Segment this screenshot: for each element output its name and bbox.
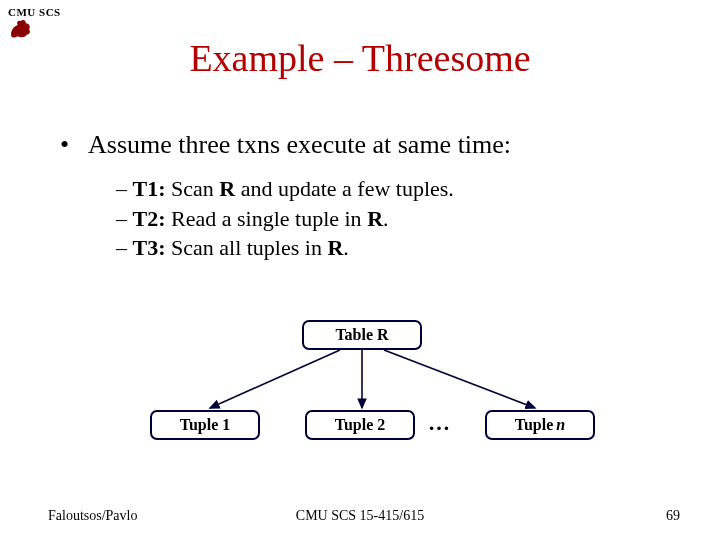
footer-page-number: 69 xyxy=(666,508,680,524)
sub-bullet-list: – T1: Scan R and update a few tuples. – … xyxy=(116,174,680,263)
ellipsis: … xyxy=(428,410,452,436)
sub-bullet-t3: – T3: Scan all tuples in R. xyxy=(116,233,680,263)
node-tuple-2: Tuple 2 xyxy=(305,410,415,440)
bullet-main: • Assume three txns execute at same time… xyxy=(60,130,680,160)
footer-course: CMU SCS 15-415/615 xyxy=(0,508,720,524)
node-tuple-1: Tuple 1 xyxy=(150,410,260,440)
sub-bullet-t2: – T2: Read a single tuple in R. xyxy=(116,204,680,234)
org-text: CMU SCS xyxy=(8,6,61,18)
svg-line-0 xyxy=(210,350,340,408)
slide-body: • Assume three txns execute at same time… xyxy=(60,130,680,263)
bullet-text: Assume three txns execute at same time: xyxy=(88,130,511,160)
node-tuple-n: Tuplen xyxy=(485,410,595,440)
sub-bullet-t1: – T1: Scan R and update a few tuples. xyxy=(116,174,680,204)
bullet-icon: • xyxy=(60,130,88,160)
node-table-r: Table R xyxy=(302,320,422,350)
slide-title: Example – Threesome xyxy=(0,36,720,80)
lock-hierarchy-diagram: Table R Tuple 1 Tuple 2 … Tuplen xyxy=(0,320,720,470)
svg-line-2 xyxy=(384,350,535,408)
